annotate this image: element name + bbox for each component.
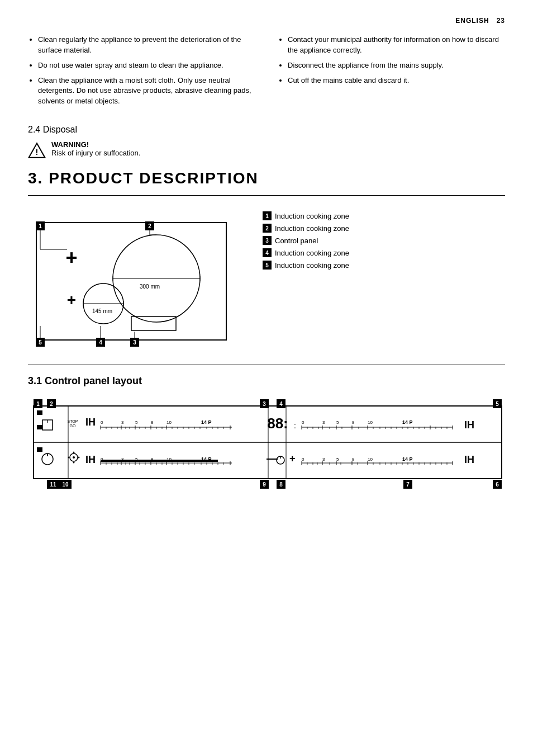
svg-text:IH: IH (85, 417, 96, 428)
control-panel-svg: STOP GO IH IH 0 3 5 8 10 14 P (28, 395, 508, 490)
svg-text::: : (294, 421, 296, 430)
legend-text-1: Induction cooking zone (275, 212, 349, 220)
svg-text:88:: 88: (267, 415, 288, 432)
diagram-container: 300 mm 145 mm + + 1 2 (28, 206, 246, 357)
svg-text:6: 6 (496, 481, 499, 488)
svg-text:5: 5 (39, 339, 42, 346)
svg-text:STOP: STOP (68, 419, 78, 423)
legend-num-5: 5 (263, 261, 272, 270)
svg-text:3: 3 (263, 401, 266, 407)
product-section-number: 3. (28, 169, 43, 187)
svg-text:14 P: 14 P (201, 419, 212, 425)
legend-item-5: 5 Induction cooking zone (263, 261, 349, 270)
right-bullets: Contact your municipal authority for inf… (278, 35, 505, 86)
svg-text:8: 8 (352, 420, 355, 425)
bottom-divider (28, 365, 505, 365)
bullet-6: Cut off the mains cable and discard it. (288, 75, 505, 86)
page: ENGLISH 23 Clean regularly the appliance… (0, 0, 533, 756)
lang-label: ENGLISH (455, 17, 489, 25)
svg-text:5: 5 (496, 401, 499, 407)
svg-text:7: 7 (406, 481, 410, 488)
svg-rect-38 (37, 410, 42, 415)
disposal-title: Disposal (43, 125, 77, 134)
svg-text:IH: IH (464, 454, 474, 465)
svg-text:11: 11 (50, 481, 56, 488)
warning-title: WARNING! (51, 140, 140, 149)
product-diagram-area: 300 mm 145 mm + + 1 2 (28, 206, 505, 357)
svg-text:0: 0 (302, 457, 304, 462)
svg-text:—: — (266, 452, 278, 464)
svg-point-49 (73, 452, 75, 453)
svg-text:4: 4 (99, 339, 102, 346)
svg-text:3: 3 (133, 339, 136, 346)
left-col: Clean regularly the appliance to prevent… (28, 35, 255, 111)
legend-num-2: 2 (263, 224, 272, 233)
svg-text:0: 0 (101, 420, 103, 425)
legend-item-1: 1 Induction cooking zone (263, 211, 349, 220)
svg-text:1: 1 (36, 401, 40, 407)
svg-text:+: + (289, 453, 296, 464)
legend-text-2: Induction cooking zone (275, 224, 349, 233)
legend-item-2: 2 Induction cooking zone (263, 224, 349, 233)
svg-rect-15 (131, 316, 176, 330)
bullet-4: Contact your municipal authority for inf… (288, 35, 505, 56)
svg-text:145 mm: 145 mm (92, 308, 112, 314)
svg-text:300 mm: 300 mm (140, 284, 160, 290)
product-diagram-svg: 300 mm 145 mm + + 1 2 (28, 206, 246, 357)
page-header: ENGLISH 23 (28, 17, 505, 25)
legend-num-3: 3 (263, 236, 272, 245)
top-divider (28, 195, 505, 196)
warning-content: WARNING! Risk of injury or suffocation. (51, 140, 140, 157)
svg-text:8: 8 (151, 420, 154, 425)
bullet-1: Clean regularly the appliance to prevent… (38, 35, 255, 56)
legend: 1 Induction cooking zone 2 Induction coo… (263, 206, 349, 273)
svg-text:5: 5 (336, 420, 339, 425)
warning-text: Risk of injury or suffocation. (51, 149, 140, 157)
control-panel-title: Control panel layout (45, 375, 142, 386)
svg-rect-39 (37, 425, 42, 429)
disposal-heading: 2.4 Disposal (28, 125, 505, 135)
svg-text:5: 5 (336, 457, 339, 462)
svg-text:10: 10 (368, 457, 373, 462)
svg-text:14 P: 14 P (402, 419, 413, 425)
svg-rect-40 (37, 447, 42, 452)
svg-text:10: 10 (166, 420, 172, 425)
svg-point-50 (73, 462, 75, 464)
svg-text:10: 10 (368, 420, 373, 425)
svg-point-52 (78, 457, 80, 459)
svg-text:IH: IH (464, 419, 474, 431)
svg-text:14 P: 14 P (402, 456, 413, 462)
control-panel-heading: 3.1 Control panel layout (28, 375, 505, 387)
warning-icon: ! (28, 141, 46, 159)
page-number: 23 (497, 17, 505, 25)
svg-text:!: ! (36, 148, 39, 157)
legend-text-4: Induction cooking zone (275, 249, 349, 257)
disposal-number: 2.4 (28, 125, 40, 134)
legend-item-3: 3 Control panel (263, 236, 349, 245)
svg-text:2: 2 (148, 223, 151, 229)
svg-point-51 (68, 457, 70, 459)
legend-text-5: Induction cooking zone (275, 261, 349, 270)
svg-text:5: 5 (135, 420, 138, 425)
bullet-5: Disconnect the appliance from the mains … (288, 60, 505, 71)
product-section-title: PRODUCT DESCRIPTION (49, 169, 259, 187)
svg-text:1: 1 (39, 223, 42, 229)
legend-item-4: 4 Induction cooking zone (263, 248, 349, 257)
svg-text:8: 8 (352, 457, 355, 462)
bullet-2: Do not use water spray and steam to clea… (38, 60, 255, 71)
control-panel-number: 3.1 (28, 375, 42, 386)
legend-num-1: 1 (263, 211, 272, 220)
bullet-section: Clean regularly the appliance to prevent… (28, 35, 505, 111)
svg-point-48 (73, 456, 75, 459)
left-bullets: Clean regularly the appliance to prevent… (28, 35, 255, 107)
svg-text:10: 10 (62, 481, 69, 488)
control-panel-area: STOP GO IH IH 0 3 5 8 10 14 P (28, 395, 508, 490)
legend-num-4: 4 (263, 248, 272, 257)
svg-text:+: + (65, 246, 77, 269)
svg-text:3: 3 (121, 420, 124, 425)
svg-text:3: 3 (322, 420, 325, 425)
svg-text:3: 3 (322, 457, 325, 462)
svg-text:8: 8 (279, 481, 283, 488)
product-section-heading: 3. PRODUCT DESCRIPTION (28, 169, 505, 187)
svg-text:+: + (67, 291, 76, 309)
